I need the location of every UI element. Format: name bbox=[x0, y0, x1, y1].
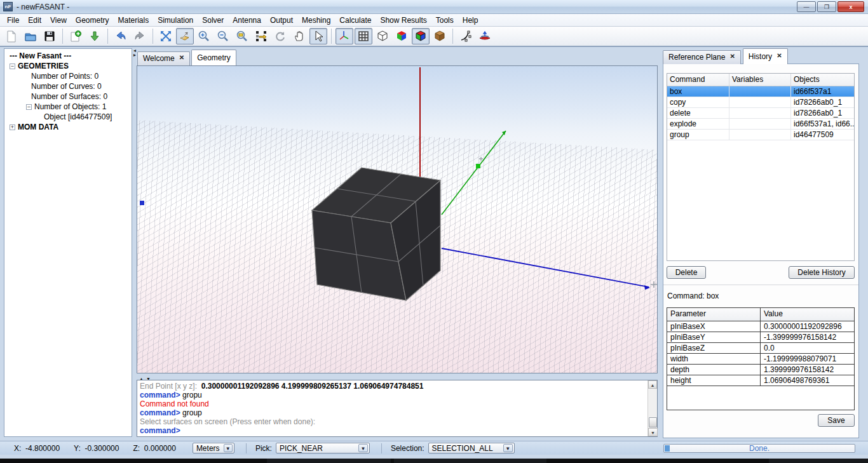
collapse-icon[interactable]: − bbox=[26, 104, 32, 110]
tab-welcome[interactable]: Welcome ✕ bbox=[137, 51, 190, 65]
param-row[interactable]: pIniBaseZ 0.0 bbox=[667, 343, 854, 354]
3d-viewport[interactable] bbox=[137, 65, 658, 373]
tree-objects[interactable]: Number of Objects: 1 bbox=[34, 102, 106, 111]
history-row[interactable]: delete id78266ab0_1 bbox=[667, 108, 854, 119]
tab-reference-plane[interactable]: Reference Plane ✕ bbox=[663, 50, 741, 64]
history-row[interactable]: copy id78266ab0_1 bbox=[667, 97, 854, 108]
col-objects[interactable]: Objects bbox=[791, 74, 854, 86]
history-row[interactable]: explode id66f537a1, id66... bbox=[667, 119, 854, 130]
param-row[interactable]: height 1.06906498769361 bbox=[667, 375, 854, 386]
param-row[interactable]: pIniBaseX 0.30000001192092896 bbox=[667, 321, 854, 332]
console-splitter[interactable]: ▲▼ bbox=[137, 373, 658, 380]
scroll-thumb[interactable] bbox=[649, 417, 657, 427]
orbit-icon[interactable] bbox=[176, 28, 194, 44]
menu-file[interactable]: File bbox=[3, 15, 24, 26]
col-value[interactable]: Value bbox=[761, 308, 854, 321]
tab-geometry[interactable]: Geometry bbox=[191, 50, 236, 65]
y-coordinate: Y: -0.300000 bbox=[74, 444, 119, 453]
scroll-up-icon[interactable]: ▲ bbox=[648, 380, 657, 389]
show-hide-icon[interactable] bbox=[252, 28, 270, 44]
new-file-icon[interactable] bbox=[3, 28, 20, 44]
textured-icon[interactable] bbox=[431, 28, 449, 44]
param-row[interactable]: depth 1.399999976158142 bbox=[667, 365, 854, 375]
menu-view[interactable]: View bbox=[46, 15, 71, 26]
minimize-button[interactable]: — bbox=[797, 1, 816, 12]
menu-simulation[interactable]: Simulation bbox=[153, 15, 198, 26]
close-button[interactable]: x bbox=[837, 1, 864, 12]
param-row[interactable]: pIniBaseY -1.399999976158142 bbox=[667, 332, 854, 343]
history-row[interactable]: group id46477509 bbox=[667, 130, 854, 140]
zoom-window-icon[interactable] bbox=[233, 28, 251, 44]
menu-calculate[interactable]: Calculate bbox=[335, 15, 376, 26]
select-icon[interactable] bbox=[309, 28, 327, 44]
tree-object-item[interactable]: Object [id46477509] bbox=[44, 112, 112, 121]
shaded-edges-icon[interactable] bbox=[412, 28, 430, 44]
console-prompt-line[interactable]: command> bbox=[140, 426, 646, 435]
box-object[interactable] bbox=[312, 168, 440, 300]
menu-show-results[interactable]: Show Results bbox=[376, 15, 431, 26]
tab-history[interactable]: History ✕ bbox=[743, 48, 788, 64]
param-row[interactable]: width -1.199999988079071 bbox=[667, 354, 854, 365]
menu-materials[interactable]: Materials bbox=[114, 15, 154, 26]
zoom-out-icon[interactable] bbox=[214, 28, 232, 44]
console-scrollbar[interactable]: ▲ ▼ bbox=[648, 380, 657, 436]
menu-solver[interactable]: Solver bbox=[198, 15, 228, 26]
reference-plane-icon[interactable] bbox=[476, 28, 494, 44]
save-button[interactable]: Save bbox=[818, 414, 855, 427]
rotate-view-icon[interactable] bbox=[271, 28, 289, 44]
import-icon[interactable] bbox=[86, 28, 104, 44]
restore-button[interactable]: ❐ bbox=[817, 1, 836, 12]
curve-tool-icon[interactable] bbox=[457, 28, 475, 44]
menu-output[interactable]: Output bbox=[266, 15, 297, 26]
menu-edit[interactable]: Edit bbox=[24, 15, 46, 26]
grid-icon[interactable] bbox=[355, 28, 372, 44]
menu-help[interactable]: Help bbox=[458, 15, 483, 26]
tree-curves[interactable]: Number of Curves: 0 bbox=[31, 82, 102, 91]
undo-icon[interactable] bbox=[112, 28, 130, 44]
fit-view-icon[interactable] bbox=[157, 28, 175, 44]
col-command[interactable]: Command bbox=[667, 74, 729, 86]
tree-points[interactable]: Number of Points: 0 bbox=[31, 72, 98, 81]
pick-select[interactable]: PICK_NEAR▼ bbox=[276, 443, 370, 453]
history-table[interactable]: Command Variables Objects box id66f537a1… bbox=[667, 73, 855, 261]
close-tab-icon[interactable]: ✕ bbox=[729, 53, 735, 60]
col-parameter[interactable]: Parameter bbox=[667, 308, 761, 321]
redo-icon[interactable] bbox=[131, 28, 149, 44]
scene-svg bbox=[137, 66, 658, 373]
command-console[interactable]: End Point [x y z]: 0.30000001192092896 4… bbox=[137, 380, 658, 437]
close-tab-icon[interactable]: ✕ bbox=[179, 54, 184, 61]
shaded-icon[interactable] bbox=[393, 28, 410, 44]
col-variables[interactable]: Variables bbox=[729, 74, 791, 86]
selection-select[interactable]: SELECTION_ALL▼ bbox=[428, 443, 515, 453]
pick-label: Pick: bbox=[255, 444, 272, 453]
units-select[interactable]: Meters▼ bbox=[193, 443, 234, 453]
menu-meshing[interactable]: Meshing bbox=[297, 15, 335, 26]
y-axis-handle[interactable] bbox=[476, 164, 480, 168]
scroll-down-icon[interactable]: ▼ bbox=[648, 428, 658, 436]
tree-surfaces[interactable]: Number of Surfaces: 0 bbox=[31, 92, 107, 101]
menu-tools[interactable]: Tools bbox=[431, 15, 458, 26]
collapse-icon[interactable]: − bbox=[10, 64, 15, 69]
close-tab-icon[interactable]: ✕ bbox=[776, 52, 782, 59]
taskbar-strip bbox=[0, 459, 868, 463]
wireframe-icon[interactable] bbox=[374, 28, 391, 44]
delete-button[interactable]: Delete bbox=[667, 266, 706, 279]
save-icon[interactable] bbox=[41, 28, 58, 44]
zoom-in-icon[interactable] bbox=[195, 28, 213, 44]
pan-icon[interactable] bbox=[290, 28, 308, 44]
x-axis bbox=[442, 248, 649, 287]
z-coordinate: Z: 0.000000 bbox=[133, 444, 175, 453]
open-file-icon[interactable] bbox=[22, 28, 39, 44]
history-row[interactable]: box id66f537a1 bbox=[667, 86, 854, 97]
tree-geometries[interactable]: GEOMETRIES bbox=[18, 62, 69, 70]
expand-left-icon[interactable]: ▸ bbox=[132, 53, 137, 57]
parameter-table[interactable]: Parameter Value pIniBaseX 0.300000011920… bbox=[667, 307, 855, 410]
delete-history-button[interactable]: Delete History bbox=[789, 266, 855, 279]
menu-geometry[interactable]: Geometry bbox=[71, 15, 114, 26]
expand-icon[interactable]: + bbox=[10, 124, 15, 130]
tree-mom-data[interactable]: MOM DATA bbox=[18, 123, 58, 131]
point-marker[interactable] bbox=[140, 201, 144, 205]
menu-antenna[interactable]: Antenna bbox=[228, 15, 266, 26]
axes-icon[interactable] bbox=[336, 28, 353, 44]
new-project-icon[interactable] bbox=[67, 28, 85, 44]
